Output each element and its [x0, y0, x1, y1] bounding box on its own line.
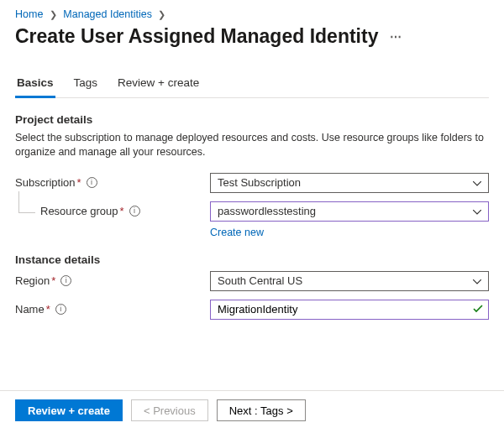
name-label: Name: [15, 303, 45, 316]
review-create-button[interactable]: Review + create: [15, 399, 123, 421]
chevron-down-icon: [473, 274, 481, 287]
more-actions-icon[interactable]: ⋯: [390, 30, 402, 44]
section-description-project: Select the subscription to manage deploy…: [15, 131, 486, 159]
info-icon[interactable]: i: [129, 206, 140, 216]
required-marker: *: [120, 205, 124, 217]
page-title: Create User Assigned Managed Identity ⋯: [15, 25, 489, 48]
name-input-wrapper: [210, 300, 489, 320]
section-heading-project: Project details: [15, 113, 489, 126]
chevron-right-icon: ❯: [158, 9, 165, 19]
chevron-right-icon: ❯: [50, 9, 57, 19]
chevron-down-icon: [473, 205, 481, 217]
region-dropdown[interactable]: South Central US: [210, 271, 489, 291]
info-icon[interactable]: i: [60, 275, 71, 286]
field-resource-group: Resource group * i passwordlesstesting: [15, 201, 489, 222]
field-subscription: Subscription * i Test Subscription: [15, 173, 489, 193]
tab-basics[interactable]: Basics: [15, 71, 55, 98]
chevron-down-icon: [473, 176, 481, 189]
tab-review-create[interactable]: Review + create: [116, 71, 201, 98]
resource-group-value: passwordlesstesting: [218, 205, 316, 217]
resource-group-label: Resource group: [40, 205, 118, 217]
region-value: South Central US: [218, 274, 302, 287]
field-region: Region * i South Central US: [15, 271, 489, 291]
breadcrumb: Home ❯ Managed Identities ❯: [15, 8, 489, 20]
resource-group-dropdown[interactable]: passwordlesstesting: [210, 201, 489, 222]
required-marker: *: [77, 176, 81, 189]
page-title-text: Create User Assigned Managed Identity: [15, 25, 378, 48]
info-icon[interactable]: i: [55, 304, 66, 315]
name-input[interactable]: [218, 303, 473, 316]
info-icon[interactable]: i: [87, 177, 97, 188]
subscription-value: Test Subscription: [218, 176, 301, 189]
region-label: Region: [15, 274, 50, 287]
subscription-label: Subscription: [15, 176, 76, 189]
tab-tags[interactable]: Tags: [72, 71, 100, 98]
subscription-dropdown[interactable]: Test Subscription: [210, 173, 489, 193]
create-new-resource-group-link[interactable]: Create new: [210, 227, 489, 238]
breadcrumb-managed-identities[interactable]: Managed Identities: [63, 8, 152, 20]
previous-button: < Previous: [131, 399, 208, 421]
footer-command-bar: Review + create < Previous Next : Tags >: [0, 390, 504, 433]
indent-line-icon: [18, 191, 35, 213]
breadcrumb-home[interactable]: Home: [15, 8, 43, 20]
tabs: Basics Tags Review + create: [15, 71, 489, 98]
checkmark-icon: [473, 303, 483, 316]
section-heading-instance: Instance details: [15, 253, 489, 266]
field-name: Name * i: [15, 300, 489, 320]
required-marker: *: [51, 274, 55, 287]
next-button[interactable]: Next : Tags >: [217, 399, 306, 421]
required-marker: *: [46, 303, 50, 316]
